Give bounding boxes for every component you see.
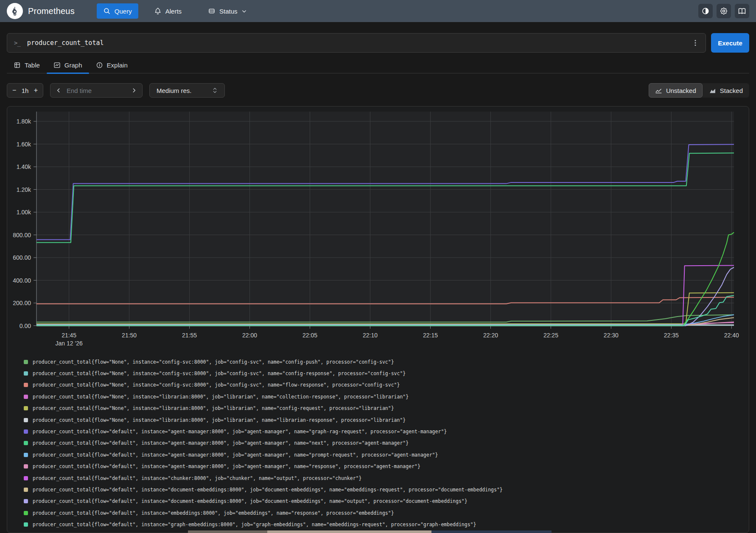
chart-plot-area[interactable]: 0.00200.00400.00600.00800.001.00k1.20k1.…: [7, 107, 749, 348]
legend-swatch: [24, 499, 28, 503]
chevron-down-icon: [241, 8, 247, 14]
svg-text:1.80k: 1.80k: [17, 118, 31, 125]
tab-explain[interactable]: Explain: [89, 57, 134, 73]
query-options-menu[interactable]: [692, 39, 699, 47]
cutoff-element-strip: [267, 530, 431, 533]
legend-item[interactable]: producer_count_total{flow="default", ins…: [24, 519, 503, 530]
app-title: Prometheus: [28, 6, 75, 16]
legend-series-label: producer_count_total{flow="None", instan…: [33, 417, 406, 423]
range-increase-button[interactable]: +: [34, 87, 38, 94]
stacked-label: Stacked: [720, 87, 743, 94]
legend-swatch: [24, 406, 28, 410]
svg-text:1.60k: 1.60k: [17, 141, 31, 148]
svg-text:1.40k: 1.40k: [17, 163, 31, 170]
settings-button[interactable]: [717, 4, 731, 18]
tab-graph[interactable]: Graph: [47, 57, 89, 73]
area-chart-icon: [709, 87, 716, 94]
svg-text:600.00: 600.00: [13, 254, 31, 261]
end-time-input[interactable]: End time: [67, 87, 92, 94]
legend-series-label: producer_count_total{flow="default", ins…: [33, 522, 476, 527]
legend-series-label: producer_count_total{flow="None", instan…: [33, 405, 394, 411]
x-axis-labels: 21:45Jan 12 '2621:5021:5522:0022:0522:10…: [56, 332, 739, 347]
terminal-prompt-icon: >_: [14, 39, 20, 46]
stacked-option[interactable]: Stacked: [703, 83, 749, 98]
resolution-value: Medium res.: [157, 87, 192, 94]
legend-series-label: producer_count_total{flow="default", ins…: [33, 498, 468, 504]
legend-series-label: producer_count_total{flow="None", instan…: [33, 370, 406, 376]
docs-button[interactable]: [735, 4, 749, 18]
svg-text:1.00k: 1.00k: [17, 209, 31, 216]
svg-text:22:00: 22:00: [242, 332, 257, 339]
legend-item[interactable]: producer_count_total{flow="default", ins…: [24, 449, 503, 460]
legend-item[interactable]: producer_count_total{flow="None", instan…: [24, 356, 503, 367]
range-control: − 1h +: [7, 83, 43, 98]
svg-text:22:25: 22:25: [543, 332, 558, 339]
torch-icon: [10, 6, 20, 16]
legend-item[interactable]: producer_count_total{flow="None", instan…: [24, 414, 503, 426]
query-row: >_ producer_count_total Execute: [7, 33, 749, 53]
search-icon: [103, 7, 111, 15]
tab-table-label: Table: [25, 62, 40, 69]
legend-item[interactable]: producer_count_total{flow="default", ins…: [24, 426, 503, 437]
svg-text:22:30: 22:30: [604, 332, 619, 339]
legend-item[interactable]: producer_count_total{flow="None", instan…: [24, 379, 503, 391]
prometheus-app: { "navbar": { "title": "Prometheus", "qu…: [0, 0, 756, 533]
nav-status-menu[interactable]: Status: [202, 3, 253, 19]
theme-toggle-button[interactable]: [698, 4, 713, 18]
svg-text:Jan 12 '26: Jan 12 '26: [56, 340, 83, 347]
bell-icon: [154, 7, 162, 15]
plot-background: [36, 112, 734, 326]
legend-series-label: producer_count_total{flow="default", ins…: [33, 463, 420, 469]
tab-table[interactable]: Table: [7, 57, 47, 73]
legend-item[interactable]: producer_count_total{flow="default", ins…: [24, 507, 503, 519]
legend-swatch: [24, 418, 28, 422]
cutoff-element-strip: [188, 530, 267, 533]
chevron-right-icon[interactable]: [131, 87, 137, 93]
navbar: Prometheus Query Alerts Status: [0, 0, 756, 22]
line-chart-icon: [655, 87, 662, 94]
svg-text:22:15: 22:15: [423, 332, 438, 339]
resolution-select[interactable]: Medium res.: [149, 83, 225, 98]
prometheus-logo[interactable]: [7, 3, 23, 19]
tab-explain-label: Explain: [107, 62, 128, 69]
book-icon: [738, 7, 746, 15]
legend-series-label: producer_count_total{flow="default", ins…: [33, 429, 447, 435]
svg-text:1.20k: 1.20k: [17, 186, 31, 193]
legend-item[interactable]: producer_count_total{flow="default", ins…: [24, 496, 503, 507]
expression-input[interactable]: >_ producer_count_total: [7, 33, 706, 53]
legend-swatch: [24, 476, 28, 480]
legend-item[interactable]: producer_count_total{flow="None", instan…: [24, 403, 503, 414]
gear-icon: [720, 7, 728, 15]
range-decrease-button[interactable]: −: [12, 87, 16, 94]
legend-swatch: [24, 429, 28, 434]
legend-swatch: [24, 522, 28, 527]
nav-alerts-button[interactable]: Alerts: [148, 3, 188, 19]
nav-query-label: Query: [115, 8, 132, 15]
up-down-chevrons-icon: [212, 87, 218, 94]
end-time-control[interactable]: End time: [50, 83, 143, 98]
legend-swatch: [24, 453, 28, 457]
tab-graph-label: Graph: [64, 62, 82, 69]
chevron-left-icon[interactable]: [56, 87, 62, 93]
legend-item[interactable]: producer_count_total{flow="default", ins…: [24, 461, 503, 472]
svg-text:22:35: 22:35: [664, 332, 679, 339]
svg-text:22:20: 22:20: [483, 332, 498, 339]
nav-alerts-label: Alerts: [165, 8, 182, 15]
legend-item[interactable]: producer_count_total{flow="default", ins…: [24, 472, 503, 484]
svg-text:22:05: 22:05: [302, 332, 317, 339]
nav-query-button[interactable]: Query: [97, 3, 138, 19]
legend-item[interactable]: producer_count_total{flow="default", ins…: [24, 438, 503, 449]
legend-item[interactable]: producer_count_total{flow="default", ins…: [24, 484, 503, 495]
legend-series-label: producer_count_total{flow="default", ins…: [33, 475, 361, 481]
info-icon: [96, 62, 103, 69]
legend-series-label: producer_count_total{flow="default", ins…: [33, 440, 409, 446]
legend-swatch: [24, 371, 28, 376]
legend-item[interactable]: producer_count_total{flow="None", instan…: [24, 391, 503, 402]
range-value[interactable]: 1h: [22, 87, 29, 94]
execute-button[interactable]: Execute: [711, 33, 749, 53]
unstacked-option[interactable]: Unstacked: [649, 83, 703, 98]
expression-text: producer_count_total: [27, 39, 104, 47]
legend-item[interactable]: producer_count_total{flow="None", instan…: [24, 367, 503, 379]
svg-text:0.00: 0.00: [20, 323, 31, 329]
svg-text:200.00: 200.00: [13, 300, 31, 306]
